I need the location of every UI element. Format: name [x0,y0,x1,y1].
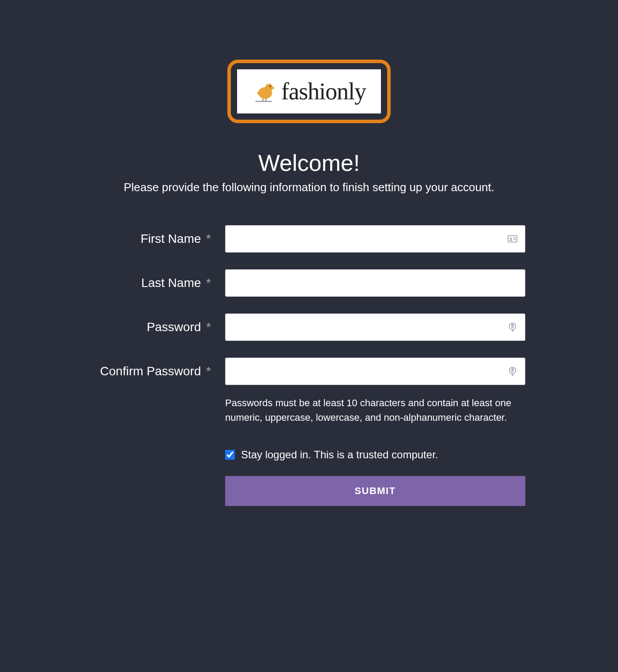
bird-icon [252,79,277,104]
confirm-password-label: Confirm Password * [93,364,225,378]
last-name-row: Last Name * [93,269,525,297]
id-card-icon [507,233,518,245]
first-name-label: First Name * [93,232,225,246]
key-lock-icon [507,321,518,333]
page-title: Welcome! [93,150,525,176]
logo-frame: fashionly [227,60,391,123]
logo: fashionly [237,69,381,113]
last-name-label: Last Name * [93,276,225,290]
svg-point-7 [510,238,512,239]
confirm-password-row: Confirm Password * [93,358,525,385]
submit-button[interactable]: SUBMIT [225,476,525,506]
password-label: Password * [93,320,225,334]
svg-rect-13 [512,370,513,372]
first-name-input[interactable] [225,225,525,253]
confirm-password-input[interactable] [225,358,525,385]
last-name-input[interactable] [225,269,525,297]
first-name-row: First Name * [93,225,525,253]
password-input[interactable] [225,313,525,341]
svg-rect-11 [512,325,513,328]
password-row: Password * [93,313,525,341]
key-lock-icon [507,366,518,377]
password-help-text: Passwords must be at least 10 characters… [225,396,525,425]
signup-container: fashionly Welcome! Please provide the fo… [93,0,525,506]
logo-text: fashionly [281,78,366,105]
svg-point-2 [270,86,271,87]
stay-logged-in-label: Stay logged in. This is a trusted comput… [241,449,438,461]
stay-logged-in-checkbox[interactable] [225,450,235,460]
svg-point-1 [265,84,273,92]
page-subtitle: Please provide the following information… [93,181,525,194]
stay-logged-in-row: Stay logged in. This is a trusted comput… [225,449,525,461]
